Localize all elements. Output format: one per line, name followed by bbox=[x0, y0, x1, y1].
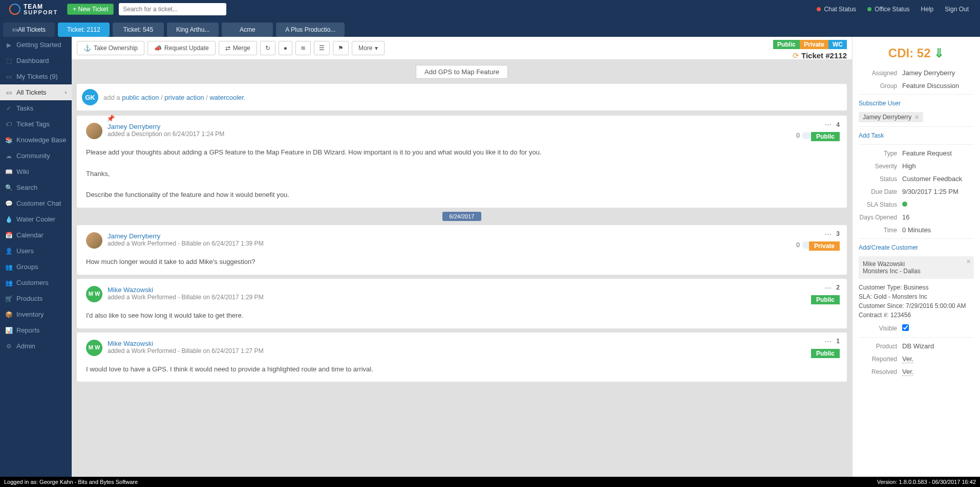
list-icon: ☰ bbox=[319, 45, 325, 52]
post-author[interactable]: Jamey Derryberry bbox=[108, 232, 264, 240]
tab-label: All Tickets bbox=[18, 26, 46, 33]
topbar: TEAM SUPPORT + New Ticket Chat Status Of… bbox=[0, 0, 980, 18]
post-author[interactable]: Mike Wazowski bbox=[108, 340, 264, 347]
sidebar-item-water-cooler[interactable]: 💧Water Cooler bbox=[0, 211, 72, 227]
private-badge[interactable]: Private bbox=[800, 40, 828, 49]
due-date-label: Due Date bbox=[859, 188, 902, 195]
refresh-button[interactable]: ↻ bbox=[260, 41, 275, 55]
severity-value[interactable]: High bbox=[902, 162, 916, 170]
sidebar-item-my-tickets-[interactable]: ▭My Tickets (9) bbox=[0, 69, 72, 84]
statusbar: Logged in as: George Kahn - Bits and Byt… bbox=[0, 477, 980, 487]
list-button[interactable]: ☰ bbox=[314, 41, 330, 55]
add-customer-link[interactable]: Add/Create Customer bbox=[859, 241, 974, 254]
group-value[interactable]: Feature Discussion bbox=[902, 82, 959, 90]
sidebar-item-customers[interactable]: 👥Customers bbox=[0, 275, 72, 291]
tab-0[interactable]: ▭ All Tickets bbox=[3, 23, 55, 37]
sidebar-item-products[interactable]: 🛒Products bbox=[0, 291, 72, 306]
time-value: 0 Minutes bbox=[902, 226, 931, 234]
sidebar-label: Tasks bbox=[16, 104, 33, 112]
post-menu-icon[interactable]: ⋯ bbox=[825, 230, 832, 238]
new-ticket-button[interactable]: + New Ticket bbox=[67, 4, 114, 15]
sidebar-label: Ticket Tags bbox=[16, 120, 50, 128]
watercooler-link[interactable]: watercooler bbox=[209, 94, 243, 101]
time-label: Time bbox=[859, 227, 902, 234]
customer-name: Mike Wazowski bbox=[863, 260, 970, 268]
pin-icon[interactable]: 📌 bbox=[106, 115, 115, 122]
caret-down-icon: ▾ bbox=[375, 45, 378, 52]
sidebar-item-wiki[interactable]: 📖Wiki bbox=[0, 164, 72, 180]
help-link[interactable]: Help bbox=[921, 6, 934, 13]
tab-label: A Plus Productio... bbox=[285, 26, 335, 33]
sidebar-item-ticket-tags[interactable]: 🏷Ticket Tags bbox=[0, 116, 72, 132]
customer-card[interactable]: ✕ Mike Wazowski Monsters Inc - Dallas bbox=[859, 256, 974, 279]
public-action-link[interactable]: public action bbox=[122, 94, 159, 101]
tab-5[interactable]: A Plus Productio... bbox=[276, 23, 345, 37]
subscribe-user-link[interactable]: Subscribe User bbox=[859, 97, 974, 110]
rss-button[interactable]: ≋ bbox=[295, 41, 311, 55]
more-button[interactable]: More ▾ bbox=[352, 41, 385, 55]
post-menu-icon[interactable]: ⋯ bbox=[825, 121, 832, 128]
sidebar-item-dashboard[interactable]: ⬚Dashboard bbox=[0, 53, 72, 69]
chat-status[interactable]: Chat Status bbox=[817, 6, 856, 13]
sidebar-item-all-tickets[interactable]: ▭All Tickets› bbox=[0, 84, 72, 100]
wc-badge[interactable]: WC bbox=[828, 40, 847, 49]
ticket-title[interactable]: Add GPS to Map Feature bbox=[416, 65, 508, 79]
sidebar-label: Users bbox=[16, 247, 34, 255]
sidebar-icon: ✓ bbox=[5, 105, 12, 112]
sidebar-item-calendar[interactable]: 📅Calendar bbox=[0, 227, 72, 243]
sidebar-item-search[interactable]: 🔍Search bbox=[0, 180, 72, 195]
tab-1[interactable]: Ticket: 2112 bbox=[58, 23, 110, 37]
post-menu-icon[interactable]: ⋯ bbox=[825, 338, 832, 345]
private-action-link[interactable]: private action bbox=[164, 94, 204, 101]
vote-icon[interactable] bbox=[802, 132, 811, 139]
add-task-link[interactable]: Add Task bbox=[859, 129, 974, 142]
sidebar-item-groups[interactable]: 👥Groups bbox=[0, 259, 72, 275]
remove-subscriber-icon[interactable]: ✕ bbox=[914, 114, 919, 121]
sidebar-label: Customer Chat bbox=[16, 200, 61, 207]
post: Jamey Derryberryadded a Work Performed -… bbox=[77, 225, 847, 275]
sidebar-item-reports[interactable]: 📊Reports bbox=[0, 322, 72, 338]
type-value[interactable]: Feature Request bbox=[902, 149, 952, 157]
status-right: Version: 1.8.0.0.583 - 06/30/2017 16:42 bbox=[877, 479, 976, 485]
sidebar-item-community[interactable]: ☁Community bbox=[0, 148, 72, 164]
status-value[interactable]: Customer Feedback bbox=[902, 175, 962, 183]
sidebar-item-inventory[interactable]: 📦Inventory bbox=[0, 306, 72, 322]
due-date-value[interactable]: 9/30/2017 1:25 PM bbox=[902, 188, 958, 195]
assigned-value[interactable]: Jamey Derryberry bbox=[902, 69, 955, 77]
resolved-ver-value[interactable]: Ver. bbox=[902, 368, 913, 376]
reported-ver-value[interactable]: Ver. bbox=[902, 355, 913, 363]
tab-2[interactable]: Ticket: 545 bbox=[113, 23, 164, 37]
search-input[interactable] bbox=[119, 3, 226, 15]
visible-checkbox[interactable] bbox=[902, 324, 909, 331]
sidebar-item-tasks[interactable]: ✓Tasks bbox=[0, 100, 72, 116]
record-button[interactable]: ● bbox=[279, 41, 292, 55]
sidebar-item-getting-started[interactable]: ▶Getting Started bbox=[0, 37, 72, 53]
properties-panel: CDI: 52 ⇓ AssignedJamey Derryberry Group… bbox=[852, 37, 980, 477]
compose-box[interactable]: GK add a public action / private action … bbox=[77, 84, 847, 110]
take-ownership-button[interactable]: ⚓Take Ownership bbox=[77, 41, 144, 55]
sidebar-item-admin[interactable]: ⚙Admin bbox=[0, 338, 72, 354]
public-badge[interactable]: Public bbox=[773, 40, 800, 49]
sidebar-item-knowledge-base[interactable]: 📚Knowledge Base bbox=[0, 132, 72, 148]
sidebar-icon: 📖 bbox=[5, 168, 12, 175]
ticket-number: Ticket #2112 bbox=[793, 51, 847, 60]
tab-label: King Arthu... bbox=[176, 26, 209, 33]
sidebar-item-customer-chat[interactable]: 💬Customer Chat bbox=[0, 195, 72, 211]
post-author[interactable]: Jamey Derryberry bbox=[108, 123, 224, 130]
post-author[interactable]: Mike Wazowski bbox=[108, 286, 264, 294]
merge-button[interactable]: ⇄Merge bbox=[219, 41, 257, 55]
request-update-button[interactable]: 📣Request Update bbox=[147, 41, 216, 55]
office-status[interactable]: Office Status bbox=[867, 6, 909, 13]
logo[interactable]: TEAM SUPPORT bbox=[4, 4, 63, 15]
product-value[interactable]: DB Wizard bbox=[902, 342, 934, 350]
sign-out-link[interactable]: Sign Out bbox=[945, 6, 969, 13]
tab-4[interactable]: Acme bbox=[222, 23, 273, 37]
sidebar-icon: 🔍 bbox=[5, 184, 12, 191]
flag-button[interactable]: ⚑ bbox=[333, 41, 349, 55]
sidebar-item-users[interactable]: 👤Users bbox=[0, 243, 72, 259]
remove-customer-icon[interactable]: ✕ bbox=[966, 258, 971, 265]
sidebar-icon: 📦 bbox=[5, 311, 12, 318]
sidebar-icon: 🏷 bbox=[5, 121, 12, 128]
post-menu-icon[interactable]: ⋯ bbox=[825, 284, 832, 292]
tab-3[interactable]: King Arthu... bbox=[167, 23, 219, 37]
